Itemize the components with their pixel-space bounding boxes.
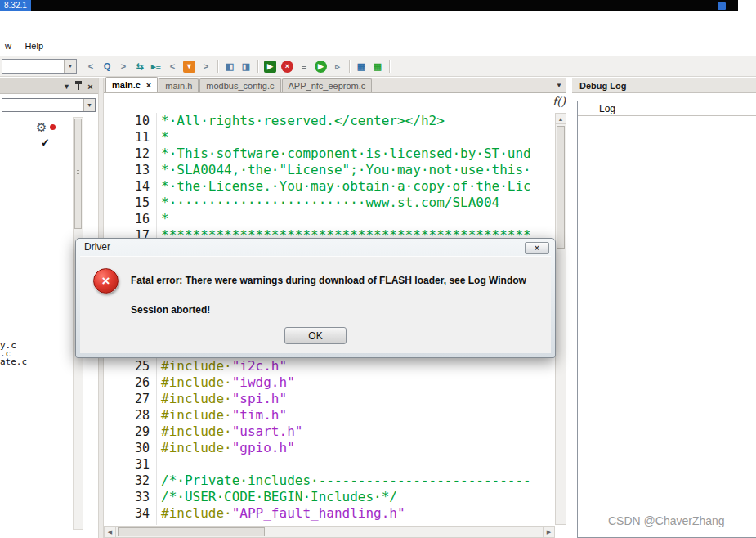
driver-error-dialog: Driver × × Fatal error: There were warni… <box>75 238 556 358</box>
debug-log-body: Log <box>577 101 756 538</box>
line-number: 28 <box>104 407 150 424</box>
code-token: * <box>161 129 169 145</box>
editor-horizontal-scrollbar[interactable]: ◀ ▶ <box>104 526 555 538</box>
scrollbar-thumb[interactable] <box>557 126 565 249</box>
titlebar-icon <box>718 2 726 10</box>
code-token: /*·Private·includes·--------------------… <box>161 473 531 488</box>
toggle-source-icon[interactable]: ⇆ <box>132 59 147 74</box>
code-token: *·························www.st.com/SLA… <box>161 195 499 210</box>
debug-log-panel: Debug Log Log <box>572 78 756 538</box>
scroll-up-icon[interactable]: ▲ <box>556 114 566 124</box>
tab-main.c[interactable]: main.c× <box>105 77 158 92</box>
check-icon: ✓ <box>41 137 50 149</box>
code-line: 11* <box>104 129 555 146</box>
download-debug-icon[interactable]: ▶ <box>264 61 276 73</box>
code-line: 29#include·"usart.h" <box>104 424 555 440</box>
toolbar-separator <box>349 60 350 73</box>
code-token: "i2c.h" <box>232 358 287 374</box>
app-version: 8.32.1 <box>0 0 31 11</box>
bookmark-icon[interactable]: ▼ <box>183 61 195 73</box>
code-token: #include· <box>161 407 232 423</box>
code-line: 25#include·"i2c.h" <box>104 358 555 374</box>
code-token: "iwdg.h" <box>232 374 295 390</box>
ok-button[interactable]: OK <box>284 327 347 344</box>
code-token: "gpio.h" <box>232 440 295 455</box>
gear-icon[interactable]: ⚙ <box>36 120 47 135</box>
pin-icon[interactable] <box>73 81 83 92</box>
code-token: #include· <box>161 505 232 521</box>
board-config-icon[interactable]: ▦ <box>354 59 369 74</box>
tab-APP_nfc_eeprom.c[interactable]: APP_nfc_eeprom.c <box>282 78 373 92</box>
line-number: 33 <box>104 489 150 505</box>
menu-bar: w Help <box>0 38 564 52</box>
breakpoint-dot-icon <box>50 124 56 130</box>
line-number: 15 <box>104 195 150 211</box>
chevron-down-icon[interactable]: ▼ <box>83 99 95 111</box>
menu-item-partial[interactable]: w <box>0 38 16 53</box>
code-line: 30#include·"gpio.h" <box>104 440 555 456</box>
log-column-header: Log <box>578 101 756 116</box>
nav-forward-icon[interactable]: > <box>116 59 131 74</box>
debug-log-title[interactable]: Debug Log <box>572 78 756 93</box>
toolbar-combobox[interactable]: ▼ <box>2 59 77 74</box>
dialog-body: × Fatal error: There were warnings durin… <box>80 256 551 353</box>
function-list-icon[interactable]: f() <box>552 95 566 108</box>
editor-vertical-scrollbar[interactable]: ▲ <box>555 113 566 525</box>
stop-debug-icon[interactable]: × <box>281 61 293 73</box>
make-icon[interactable]: ≡ <box>297 59 311 74</box>
go-icon[interactable]: ▶ <box>315 61 327 73</box>
code-token: #include· <box>161 391 232 406</box>
tab-label: modbus_config.c <box>206 81 274 91</box>
code-token: *·the·License.·You·may·obtain·a·copy·of·… <box>161 178 531 194</box>
line-number: 13 <box>104 162 150 178</box>
editor-tab-strip: main.c×main.hmodbus_config.cAPP_nfc_eepr… <box>104 78 566 93</box>
tab-close-icon[interactable]: × <box>146 80 151 90</box>
dialog-message-secondary: Session aborted! <box>131 304 210 316</box>
code-token: /*·USER·CODE·BEGIN·Includes·*/ <box>161 489 397 504</box>
step-icon[interactable]: ▹ <box>330 59 345 74</box>
toolbar-separator <box>257 60 258 73</box>
code-token: *·This·software·component·is·licensed·by… <box>161 146 531 161</box>
chevron-down-icon[interactable]: ▼ <box>61 81 72 92</box>
code-token: #include· <box>161 424 232 439</box>
code-token: * <box>161 211 169 226</box>
trace-icon[interactable]: ▸≡ <box>149 59 163 74</box>
tab-main.h[interactable]: main.h <box>159 78 199 92</box>
scroll-right-icon[interactable]: ▶ <box>543 527 554 537</box>
line-number: 14 <box>104 178 150 195</box>
workspace-file[interactable]: y.c <box>0 342 70 350</box>
window-titlebar: 8.32.1 <box>0 0 738 11</box>
workspace-file[interactable]: ate.c <box>0 358 70 366</box>
menu-item-help[interactable]: Help <box>20 38 48 53</box>
search-icon[interactable]: Q <box>100 59 114 74</box>
dialog-close-icon[interactable]: × <box>525 242 549 254</box>
line-number: 32 <box>104 473 150 489</box>
tab-label: main.h <box>165 81 192 91</box>
workspace-config-dropdown[interactable]: ▼ <box>2 98 96 112</box>
code-line: 14*·the·License.·You·may·obtain·a·copy·o… <box>104 178 555 195</box>
scrollbar-thumb[interactable] <box>118 527 265 536</box>
code-token: "tim.h" <box>232 407 287 423</box>
code-line: 34#include·"APP_fault_handling.h" <box>104 505 555 522</box>
scroll-left-icon[interactable]: ◀ <box>105 527 116 537</box>
code-line: 31 <box>104 456 555 473</box>
workspace-file[interactable]: .c <box>0 350 70 358</box>
chevron-down-icon[interactable]: ▼ <box>64 60 76 73</box>
tab-label: APP_nfc_eeprom.c <box>289 81 366 91</box>
next-bookmark-icon[interactable]: > <box>199 59 213 74</box>
code-line: 12*·This·software·component·is·licensed·… <box>104 146 555 162</box>
line-number: 31 <box>104 456 150 473</box>
next-doc-icon[interactable]: ◨ <box>239 59 253 74</box>
line-number: 26 <box>104 374 150 391</box>
tab-list-chevron-icon[interactable]: ▼ <box>556 82 562 89</box>
scrollbar-thumb[interactable] <box>74 119 82 229</box>
prev-doc-icon[interactable]: ◧ <box>222 59 237 74</box>
board-status-icon[interactable]: ▦ <box>370 59 385 74</box>
nav-back-icon[interactable]: < <box>83 59 98 74</box>
prev-bookmark-icon[interactable]: < <box>165 59 180 74</box>
line-number: 29 <box>104 424 150 440</box>
code-line: 28#include·"tim.h" <box>104 407 555 424</box>
code-token: *·SLA0044,·the·"License";·You·may·not·us… <box>161 162 531 177</box>
tab-modbus_config.c[interactable]: modbus_config.c <box>199 78 280 92</box>
close-icon[interactable]: × <box>85 81 96 92</box>
